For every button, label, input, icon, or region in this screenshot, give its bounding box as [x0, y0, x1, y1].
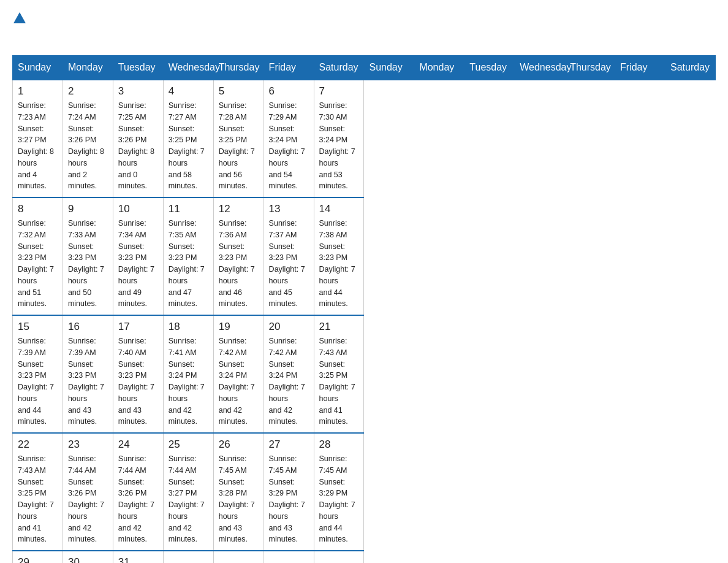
day-info: Sunrise: 7:39 AMSunset: 3:23 PMDaylight:… — [68, 335, 108, 427]
col-header-saturday: Saturday — [665, 56, 715, 80]
week-row-1: 1 Sunrise: 7:23 AMSunset: 3:27 PMDayligh… — [13, 80, 716, 197]
day-info: Sunrise: 7:39 AMSunset: 3:23 PMDaylight:… — [18, 335, 58, 427]
calendar-cell: 27 Sunrise: 7:45 AMSunset: 3:29 PMDaylig… — [264, 433, 314, 551]
day-info: Sunrise: 7:43 AMSunset: 3:25 PMDaylight:… — [18, 453, 58, 545]
calendar-cell: 17 Sunrise: 7:40 AMSunset: 3:23 PMDaylig… — [113, 315, 163, 433]
day-number: 14 — [319, 203, 359, 215]
day-number: 8 — [18, 203, 58, 215]
day-info: Sunrise: 7:45 AMSunset: 3:29 PMDaylight:… — [319, 453, 359, 545]
day-number: 15 — [18, 321, 58, 333]
day-number: 12 — [219, 203, 259, 215]
day-info: Sunrise: 7:29 AMSunset: 3:24 PMDaylight:… — [269, 100, 309, 192]
day-number: 27 — [269, 439, 309, 451]
day-info: Sunrise: 7:24 AMSunset: 3:26 PMDaylight:… — [68, 100, 108, 192]
day-number: 13 — [269, 203, 309, 215]
col-header-wednesday: Wednesday — [163, 56, 213, 80]
calendar-cell — [264, 551, 314, 563]
col-header-wednesday: Wednesday — [515, 56, 565, 80]
day-info: Sunrise: 7:27 AMSunset: 3:25 PMDaylight:… — [169, 100, 208, 192]
week-row-3: 15 Sunrise: 7:39 AMSunset: 3:23 PMDaylig… — [13, 315, 716, 433]
calendar-cell: 4 Sunrise: 7:27 AMSunset: 3:25 PMDayligh… — [163, 80, 213, 197]
day-number: 1 — [18, 85, 58, 98]
calendar-cell: 5 Sunrise: 7:28 AMSunset: 3:25 PMDayligh… — [213, 80, 264, 197]
calendar-cell: 24 Sunrise: 7:44 AMSunset: 3:26 PMDaylig… — [113, 433, 163, 551]
day-info: Sunrise: 7:40 AMSunset: 3:23 PMDaylight:… — [118, 335, 158, 427]
day-number: 17 — [118, 321, 158, 333]
day-info: Sunrise: 7:42 AMSunset: 3:24 PMDaylight:… — [269, 335, 309, 427]
day-number: 4 — [169, 85, 208, 98]
calendar-cell: 11 Sunrise: 7:35 AMSunset: 3:23 PMDaylig… — [163, 197, 213, 315]
day-number: 29 — [18, 556, 58, 563]
day-info: Sunrise: 7:36 AMSunset: 3:23 PMDaylight:… — [219, 218, 259, 310]
calendar-cell: 21 Sunrise: 7:43 AMSunset: 3:25 PMDaylig… — [314, 315, 364, 433]
col-header-monday: Monday — [414, 56, 464, 80]
calendar-cell: 23 Sunrise: 7:44 AMSunset: 3:26 PMDaylig… — [63, 433, 113, 551]
day-number: 28 — [319, 439, 359, 451]
calendar-cell: 8 Sunrise: 7:32 AMSunset: 3:23 PMDayligh… — [13, 197, 63, 315]
day-number: 25 — [169, 439, 208, 451]
day-info: Sunrise: 7:38 AMSunset: 3:23 PMDaylight:… — [319, 218, 359, 310]
calendar-cell — [314, 551, 364, 563]
day-number: 2 — [68, 85, 108, 98]
day-number: 19 — [219, 321, 259, 333]
day-info: Sunrise: 7:37 AMSunset: 3:23 PMDaylight:… — [269, 218, 309, 310]
day-number: 5 — [219, 85, 259, 98]
day-info: Sunrise: 7:25 AMSunset: 3:26 PMDaylight:… — [118, 100, 158, 192]
day-info: Sunrise: 7:41 AMSunset: 3:24 PMDaylight:… — [169, 335, 208, 427]
day-number: 18 — [169, 321, 208, 333]
week-row-4: 22 Sunrise: 7:43 AMSunset: 3:25 PMDaylig… — [13, 433, 716, 551]
day-number: 7 — [319, 85, 359, 98]
day-number: 9 — [68, 203, 108, 215]
calendar-cell: 9 Sunrise: 7:33 AMSunset: 3:23 PMDayligh… — [63, 197, 113, 315]
calendar-cell: 15 Sunrise: 7:39 AMSunset: 3:23 PMDaylig… — [13, 315, 63, 433]
day-number: 22 — [18, 439, 58, 451]
calendar-cell: 7 Sunrise: 7:30 AMSunset: 3:24 PMDayligh… — [314, 80, 364, 197]
calendar-cell: 22 Sunrise: 7:43 AMSunset: 3:25 PMDaylig… — [13, 433, 63, 551]
calendar-cell: 30 Sunrise: 7:45 AMSunset: 3:31 PMDaylig… — [63, 551, 113, 563]
day-number: 16 — [68, 321, 108, 333]
calendar-cell: 2 Sunrise: 7:24 AMSunset: 3:26 PMDayligh… — [63, 80, 113, 197]
day-number: 10 — [118, 203, 158, 215]
calendar-cell: 12 Sunrise: 7:36 AMSunset: 3:23 PMDaylig… — [213, 197, 264, 315]
day-number: 3 — [118, 85, 158, 98]
day-number: 31 — [118, 556, 158, 563]
day-number: 6 — [269, 85, 309, 98]
page-header — [12, 12, 716, 43]
day-number: 26 — [219, 439, 259, 451]
calendar-cell: 1 Sunrise: 7:23 AMSunset: 3:27 PMDayligh… — [13, 80, 63, 197]
week-row-5: 29 Sunrise: 7:45 AMSunset: 3:30 PMDaylig… — [13, 551, 716, 563]
day-info: Sunrise: 7:42 AMSunset: 3:24 PMDaylight:… — [219, 335, 259, 427]
day-number: 21 — [319, 321, 359, 333]
day-info: Sunrise: 7:45 AMSunset: 3:28 PMDaylight:… — [219, 453, 259, 545]
calendar-cell: 10 Sunrise: 7:34 AMSunset: 3:23 PMDaylig… — [113, 197, 163, 315]
calendar-cell: 14 Sunrise: 7:38 AMSunset: 3:23 PMDaylig… — [314, 197, 364, 315]
col-header-tuesday: Tuesday — [113, 56, 163, 80]
day-info: Sunrise: 7:28 AMSunset: 3:25 PMDaylight:… — [219, 100, 259, 192]
day-info: Sunrise: 7:43 AMSunset: 3:25 PMDaylight:… — [319, 335, 359, 427]
calendar-cell: 28 Sunrise: 7:45 AMSunset: 3:29 PMDaylig… — [314, 433, 364, 551]
calendar-cell: 29 Sunrise: 7:45 AMSunset: 3:30 PMDaylig… — [13, 551, 63, 563]
day-number: 23 — [68, 439, 108, 451]
calendar-table: SundayMondayTuesdayWednesdayThursdayFrid… — [12, 55, 716, 563]
col-header-thursday: Thursday — [565, 56, 615, 80]
col-header-tuesday: Tuesday — [464, 56, 515, 80]
calendar-cell: 16 Sunrise: 7:39 AMSunset: 3:23 PMDaylig… — [63, 315, 113, 433]
calendar-cell: 25 Sunrise: 7:44 AMSunset: 3:27 PMDaylig… — [163, 433, 213, 551]
day-info: Sunrise: 7:30 AMSunset: 3:24 PMDaylight:… — [319, 100, 359, 192]
calendar-cell: 13 Sunrise: 7:37 AMSunset: 3:23 PMDaylig… — [264, 197, 314, 315]
day-info: Sunrise: 7:44 AMSunset: 3:27 PMDaylight:… — [169, 453, 208, 545]
logo — [12, 12, 27, 43]
calendar-cell: 18 Sunrise: 7:41 AMSunset: 3:24 PMDaylig… — [163, 315, 213, 433]
day-info: Sunrise: 7:32 AMSunset: 3:23 PMDaylight:… — [18, 218, 58, 310]
day-info: Sunrise: 7:45 AMSunset: 3:29 PMDaylight:… — [269, 453, 309, 545]
logo-triangle-icon — [13, 12, 26, 23]
day-info: Sunrise: 7:33 AMSunset: 3:23 PMDaylight:… — [68, 218, 108, 310]
day-number: 24 — [118, 439, 158, 451]
day-number: 11 — [169, 203, 208, 215]
col-header-sunday: Sunday — [364, 56, 414, 80]
day-info: Sunrise: 7:23 AMSunset: 3:27 PMDaylight:… — [18, 100, 58, 192]
day-number: 20 — [269, 321, 309, 333]
week-row-2: 8 Sunrise: 7:32 AMSunset: 3:23 PMDayligh… — [13, 197, 716, 315]
calendar-cell — [163, 551, 213, 563]
col-header-monday: Monday — [63, 56, 113, 80]
